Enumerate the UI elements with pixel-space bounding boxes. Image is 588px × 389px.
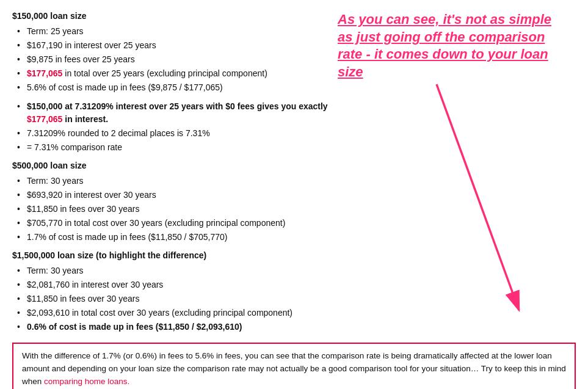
svg-line-1 (437, 84, 519, 310)
list-item: $150,000 at 7.31209% interest over 25 ye… (17, 100, 354, 126)
extra-text-bold2: in interest. (65, 114, 108, 124)
section2-list: Term: 30 years $693,920 in interest over… (17, 174, 354, 244)
list-item: = 7.31% comparison rate (17, 140, 354, 155)
list-item: $705,770 in total cost over 30 years (ex… (17, 216, 354, 230)
list-item: Term: 30 years (17, 264, 354, 278)
list-item: 1.7% of cost is made up in fees ($11,850… (17, 230, 354, 244)
highlight-177065-1: $177,065 (27, 68, 62, 78)
list-item: 0.6% of cost is made up in fees ($11,850… (17, 320, 354, 334)
list-item: $11,850 in fees over 30 years (17, 292, 354, 306)
annotation-callout: As you can see, it's not as simple as ju… (338, 11, 570, 81)
comparing-home-loans-link[interactable]: comparing home loans. (44, 377, 129, 386)
list-item: $9,875 in fees over 25 years (17, 53, 354, 67)
section2-title: $500,000 loan size (12, 161, 354, 170)
section3-title-suffix: (to highlight the difference) (93, 250, 206, 260)
list-item: 5.6% of cost is made up in fees ($9,875 … (17, 81, 354, 95)
highlight-177065-2: $177,065 (27, 114, 62, 124)
main-content: As you can see, it's not as simple as ju… (12, 11, 576, 389)
bottom-info-box: With the difference of 1.7% (or 0.6%) in… (12, 343, 576, 389)
section1-list: Term: 25 years $167,190 in interest over… (17, 24, 354, 95)
section3-list: Term: 30 years $2,081,760 in interest ov… (17, 264, 354, 334)
list-item: $2,081,760 in interest over 30 years (17, 278, 354, 292)
list-item: Term: 25 years (17, 24, 354, 38)
list-item: Term: 30 years (17, 174, 354, 188)
content-left: $150,000 loan size Term: 25 years $167,1… (12, 11, 354, 334)
list-item: $167,190 in interest over 25 years (17, 38, 354, 53)
section1-title: $150,000 loan size (12, 11, 354, 21)
section1-extra-list: $150,000 at 7.31209% interest over 25 ye… (17, 100, 354, 155)
list-item: $11,850 in fees over 30 years (17, 202, 354, 216)
extra-text-bold: $150,000 at 7.31209% interest over 25 ye… (27, 101, 328, 111)
section3-title-main: $1,500,000 loan size (12, 250, 93, 260)
list-item: $693,920 in interest over 30 years (17, 188, 354, 202)
section3-title: $1,500,000 loan size (to highlight the d… (12, 250, 354, 260)
bold-last-item: 0.6% of cost is made up in fees ($11,850… (27, 322, 242, 332)
list-item: $177,065 in total over 25 years (excludi… (17, 67, 354, 81)
list-item: 7.31209% rounded to 2 decimal places is … (17, 126, 354, 140)
list-item: $2,093,610 in total cost over 30 years (… (17, 306, 354, 320)
